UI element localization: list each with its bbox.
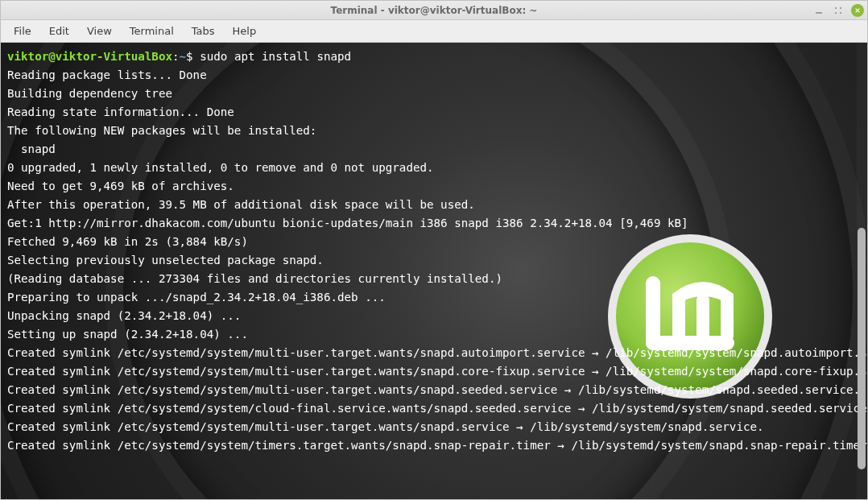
- window-title: Terminal - viktor@viktor-VirtualBox: ~: [331, 5, 538, 16]
- window-controls: [812, 1, 864, 19]
- svg-point-2: [840, 7, 841, 9]
- menu-terminal[interactable]: Terminal: [122, 22, 182, 40]
- scrollbar-track[interactable]: [857, 43, 866, 499]
- menubar: File Edit View Terminal Tabs Help: [1, 20, 867, 43]
- svg-point-1: [835, 7, 837, 9]
- svg-point-3: [835, 12, 837, 14]
- minimize-icon: [815, 6, 823, 14]
- menu-view[interactable]: View: [79, 22, 120, 40]
- window-titlebar[interactable]: Terminal - viktor@viktor-VirtualBox: ~: [1, 1, 867, 20]
- maximize-button[interactable]: [832, 4, 845, 17]
- close-icon: [854, 7, 861, 14]
- menu-help[interactable]: Help: [225, 22, 265, 40]
- menu-file[interactable]: File: [6, 22, 39, 40]
- terminal-viewport[interactable]: viktor@viktor-VirtualBox:~$ sudo apt ins…: [1, 43, 867, 499]
- terminal-output[interactable]: viktor@viktor-VirtualBox:~$ sudo apt ins…: [1, 43, 867, 499]
- scrollbar-thumb[interactable]: [858, 228, 866, 469]
- close-button[interactable]: [851, 4, 864, 17]
- menu-tabs[interactable]: Tabs: [184, 22, 223, 40]
- minimize-button[interactable]: [812, 4, 825, 17]
- terminal-window: Terminal - viktor@viktor-VirtualBox: ~ F…: [0, 0, 868, 500]
- menu-edit[interactable]: Edit: [41, 22, 77, 40]
- maximize-icon: [834, 6, 842, 14]
- svg-point-4: [840, 12, 841, 14]
